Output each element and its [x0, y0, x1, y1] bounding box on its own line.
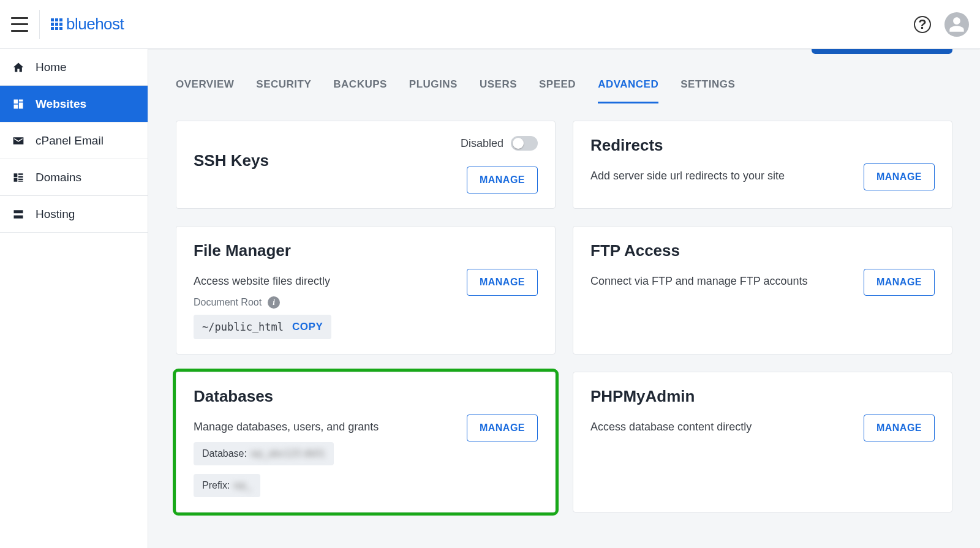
manage-button[interactable]: MANAGE: [864, 269, 935, 296]
sidebar-item-websites[interactable]: Websites: [0, 86, 148, 122]
menu-icon[interactable]: [11, 17, 28, 32]
ssh-toggle[interactable]: [511, 136, 538, 151]
sidebar: Home Websites cPanel Email Domains Hosti…: [0, 49, 148, 548]
tabs: OVERVIEW SECURITY BACKUPS PLUGINS USERS …: [176, 49, 952, 103]
card-title: Redirects: [590, 136, 935, 155]
tab-advanced[interactable]: ADVANCED: [598, 73, 658, 103]
sidebar-item-label: Hosting: [36, 208, 75, 221]
tab-backups[interactable]: BACKUPS: [333, 73, 387, 103]
person-icon: [948, 16, 965, 33]
manage-button[interactable]: MANAGE: [467, 167, 538, 193]
tab-speed[interactable]: SPEED: [539, 73, 576, 103]
sidebar-item-cpanel-email[interactable]: cPanel Email: [0, 122, 148, 159]
bluehost-logo[interactable]: bluehost: [51, 15, 124, 34]
sidebar-item-label: Domains: [36, 171, 81, 184]
card-title: PHPMyAdmin: [590, 387, 935, 406]
copy-button[interactable]: COPY: [292, 321, 323, 333]
prefix-value: wp_: [233, 480, 251, 491]
tab-users[interactable]: USERS: [480, 73, 517, 103]
db-label: Database:: [202, 448, 247, 459]
card-desc: Manage databases, users, and grants: [194, 421, 379, 434]
websites-icon: [12, 98, 24, 110]
card-desc: Access website files directly: [194, 275, 331, 288]
main-content: OVERVIEW SECURITY BACKUPS PLUGINS USERS …: [148, 49, 980, 548]
manage-button[interactable]: MANAGE: [864, 163, 935, 190]
tab-settings[interactable]: SETTINGS: [680, 73, 735, 103]
manage-button[interactable]: MANAGE: [467, 415, 538, 441]
header-divider: [39, 10, 40, 39]
card-desc: Add server side url redirects to your si…: [590, 170, 785, 182]
header: bluehost ?: [0, 0, 980, 49]
sidebar-item-label: cPanel Email: [36, 134, 104, 148]
card-databases: Databases Manage databases, users, and g…: [176, 372, 556, 512]
card-phpmyadmin: PHPMyAdmin Access database content direc…: [573, 372, 952, 512]
sidebar-item-hosting[interactable]: Hosting: [0, 196, 148, 233]
card-ssh-keys: SSH Keys Disabled MANAGE: [176, 121, 556, 209]
prefix-chip: Prefix: wp_: [194, 474, 260, 497]
card-ftp-access: FTP Access Connect via FTP and manage FT…: [573, 226, 952, 355]
card-title: FTP Access: [590, 241, 935, 260]
db-value: wp_abc123 db01: [251, 448, 325, 459]
database-chip: Database: wp_abc123 db01: [194, 442, 334, 465]
manage-button[interactable]: MANAGE: [864, 415, 935, 441]
info-icon[interactable]: i: [268, 296, 280, 309]
email-icon: [12, 135, 24, 147]
sidebar-item-home[interactable]: Home: [0, 49, 148, 86]
logo-grid-icon: [51, 18, 62, 30]
card-file-manager: File Manager Access website files direct…: [176, 226, 556, 355]
domains-icon: [12, 171, 24, 184]
card-title: Databases: [194, 387, 538, 406]
sidebar-item-label: Websites: [36, 97, 86, 111]
tab-overview[interactable]: OVERVIEW: [176, 73, 234, 103]
sidebar-item-label: Home: [36, 61, 67, 74]
avatar[interactable]: [944, 12, 969, 37]
doc-root-chip: ~/public_html COPY: [194, 315, 331, 339]
brand-label: bluehost: [66, 15, 124, 34]
help-icon[interactable]: ?: [914, 16, 931, 33]
tab-plugins[interactable]: PLUGINS: [409, 73, 458, 103]
hosting-icon: [12, 208, 24, 220]
card-desc: Connect via FTP and manage FTP accounts: [590, 275, 808, 288]
card-title: File Manager: [194, 241, 538, 260]
card-desc: Access database content directly: [590, 421, 752, 434]
prefix-label: Prefix:: [202, 480, 230, 491]
home-icon: [12, 61, 24, 73]
doc-root-label: Document Root: [194, 297, 262, 308]
tab-security[interactable]: SECURITY: [256, 73, 311, 103]
card-title: SSH Keys: [194, 151, 269, 170]
card-redirects: Redirects Add server side url redirects …: [573, 121, 952, 209]
doc-root-path: ~/public_html: [202, 321, 284, 333]
manage-button[interactable]: MANAGE: [467, 269, 538, 296]
sidebar-item-domains[interactable]: Domains: [0, 159, 148, 196]
toggle-label: Disabled: [461, 137, 503, 150]
